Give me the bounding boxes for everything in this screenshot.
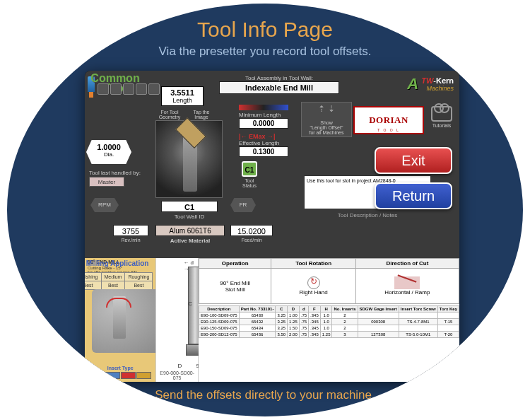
rotation-icon (307, 276, 320, 289)
table-row[interactable]: E90-100-SD09-075654303.251.00.75.3451.02 (199, 313, 459, 319)
table-row[interactable]: E90-150-SD09-075654343.251.50.75.3451.02 (199, 325, 459, 332)
spec-cell: 3.25 (276, 313, 288, 319)
spec-cell: E90-125-SD09-075 (199, 319, 239, 325)
rotation-arrow-icon (106, 298, 131, 308)
min-length-bar-icon (239, 105, 288, 110)
spec-cell: 1.50 (288, 325, 300, 332)
length-label: Length (162, 97, 203, 104)
spec-header: H (320, 306, 332, 313)
min-length-block: Minimum Length 0.0000 (239, 105, 288, 129)
diagram-panel: ← d → C D 90° E90-000-SD00-075 (155, 258, 199, 382)
insert-cell (89, 372, 104, 379)
eff-length-block: |← EMax →| Effective Length 0.1300 (239, 133, 288, 157)
insert-cell (105, 372, 119, 379)
dorian-text: DORIAN (369, 115, 408, 126)
spec-header: D (288, 306, 300, 313)
spec-cell: E90-100-SD09-075 (199, 313, 239, 319)
spec-cell: .345 (309, 313, 321, 319)
eff-length-value[interactable]: 0.1300 (239, 146, 288, 157)
feed-value[interactable]: 15.0200 (230, 225, 273, 236)
length-readout[interactable]: 3.5511 Length (161, 86, 204, 106)
camera-icon (431, 106, 452, 122)
diameter-readout[interactable]: 1.0000 Dia. (86, 140, 131, 164)
spec-header: F (309, 306, 321, 313)
status-label: Tool Status (239, 178, 260, 188)
toolbar-icon[interactable] (136, 83, 147, 95)
eff-length-label: Effective Length (239, 140, 288, 146)
spec-cell: E90-200-SD12-075 (199, 332, 239, 338)
min-length-value[interactable]: 0.0000 (239, 118, 288, 129)
material-label: Active Material (155, 238, 225, 244)
spec-cell: .75 (299, 319, 308, 325)
dia-value: 1.0000 (86, 143, 131, 151)
spec-cell (399, 325, 437, 332)
assembly-value[interactable]: Indexable End Mill (219, 81, 339, 94)
spec-cell: 65432 (239, 319, 276, 325)
spec-cell: 65434 (239, 325, 276, 332)
spec-cell: 090308 (358, 319, 399, 325)
spec-cell: 2 (332, 325, 358, 332)
spec-cell (399, 313, 437, 319)
mill-col: Roughing (125, 273, 153, 281)
insert-type-label: Insert Type (89, 366, 151, 371)
toolbar-icon[interactable] (123, 83, 134, 95)
mill-col: Medium (101, 273, 125, 281)
spec-cell: 3 (332, 332, 358, 338)
wall-id-label: Tool Wall ID (161, 214, 218, 220)
page-footer: Send the offsets directly to your machin… (7, 388, 523, 402)
tutorials-label: Tutorials (428, 123, 455, 128)
op-value: 90° End Mill Slot Mill (199, 269, 271, 304)
tool-image[interactable] (155, 120, 223, 198)
table-row[interactable]: E90-125-SD09-075654323.251.25.75.3451.02… (199, 319, 459, 325)
spec-cell: 1.25 (288, 319, 300, 325)
milling-panel: 90° END MILL Cutting Rake - 15° for 15° … (85, 258, 155, 382)
toolbar-icon[interactable] (148, 83, 160, 95)
spec-cell: 3.25 (276, 325, 288, 332)
toolbar-icon[interactable] (110, 83, 122, 95)
toolbar-icon[interactable] (98, 83, 109, 95)
direction-icon (394, 276, 420, 289)
status-badge: C1 (242, 161, 257, 177)
operation-table: Operation Tool Rotation Direction of Cut… (199, 258, 459, 304)
spec-cell: 1.0 (320, 319, 332, 325)
spec-cell: 2.00 (288, 332, 300, 338)
wall-id-value[interactable]: C1 (161, 201, 218, 212)
brand-a-icon: A (407, 75, 418, 93)
rpm-value[interactable]: 3755 (113, 225, 148, 236)
fr-button[interactable]: FR (230, 198, 256, 212)
dim-big-d: D (177, 363, 182, 369)
tutorials-button[interactable]: Tutorials (428, 106, 455, 128)
spec-cell: TS-5.0-10M1 (399, 332, 437, 338)
spec-cell: T-15 (437, 319, 459, 325)
spec-header: C (276, 306, 288, 313)
table-row[interactable]: E90-200-SD12-075654363.502.00.75.3451.25… (199, 332, 459, 338)
spec-cell: .345 (309, 325, 321, 332)
brand-tw: TW (421, 76, 433, 85)
toolbar-icons (98, 83, 160, 95)
material-value[interactable]: Alum 6061T6 (155, 225, 225, 236)
mill-val: Best (101, 281, 125, 290)
spec-cell: .345 (309, 319, 321, 325)
return-button[interactable]: Return (375, 182, 452, 209)
tool-status[interactable]: C1 Tool Status (239, 161, 260, 188)
exit-button[interactable]: Exit (375, 147, 452, 174)
diagram-caption: E90-000-SD00-075 (156, 371, 198, 380)
spec-cell: T-20 (437, 332, 459, 338)
show-length-offset-button[interactable]: ⇡ ⇣ Show "Length Offset" for all Machine… (301, 102, 352, 137)
tap-image-label: Tap the Image (187, 110, 216, 119)
insert-type-row (89, 372, 151, 379)
min-length-label: Minimum Length (239, 112, 288, 118)
mill-val: Best (125, 281, 153, 290)
dorian-logo[interactable]: DORIAN T O O L (353, 106, 424, 134)
last-handled-value[interactable]: Master (89, 177, 124, 187)
dim-d: ← d → (183, 259, 198, 272)
spec-cell: 12T308 (358, 332, 399, 338)
spec-cell: .75 (299, 332, 308, 338)
brand-machines: Machines (421, 85, 454, 92)
rpm-button[interactable]: RPM (90, 198, 119, 212)
spec-cell (358, 313, 399, 319)
direction-cell: Horizontal / Ramp (355, 269, 459, 304)
offset-arrows-icon: ⇡ ⇣ (303, 104, 350, 114)
op-hdr: Tool Rotation (271, 259, 355, 269)
data-panel: Operation Tool Rotation Direction of Cut… (199, 258, 459, 382)
